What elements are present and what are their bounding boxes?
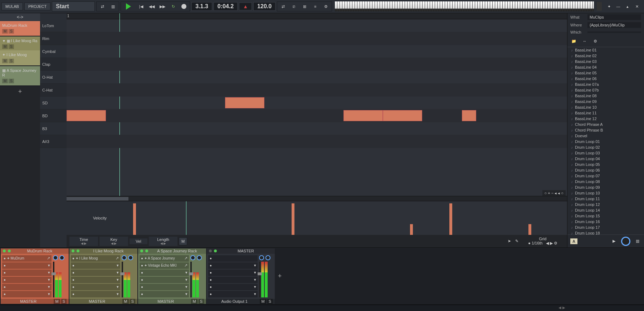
pan-knob[interactable] <box>259 255 264 260</box>
browser-item[interactable]: Drum Loop 14 <box>567 207 644 213</box>
piano-roll-grid[interactable]: 1 ○ + − ◂ ◂ ○ <box>67 13 567 201</box>
rewind-start-icon[interactable]: |◀ <box>137 3 145 10</box>
browser-item[interactable]: BassLine 02 <box>567 53 644 59</box>
m-button[interactable]: M <box>179 237 187 245</box>
row-label[interactable]: SD <box>40 97 67 109</box>
browser-item[interactable]: Drum Loop 06 <box>567 167 644 173</box>
browser-item[interactable]: BassLine 01 <box>567 47 644 53</box>
row-label[interactable]: Cymbal <box>40 45 67 58</box>
plugin-slot[interactable]: ●▾ <box>71 262 120 269</box>
add-track-button[interactable]: + <box>0 86 40 97</box>
row-label[interactable]: BD <box>40 109 67 122</box>
track-space[interactable]: ▦ A Space Journey R MS <box>0 66 40 86</box>
browser-item[interactable]: Drum Loop 05 <box>567 162 644 167</box>
forward-icon[interactable]: ▶▶ <box>159 3 166 10</box>
mulab-menu[interactable]: MULAB <box>1 3 23 10</box>
vel-field[interactable]: Vel <box>130 238 147 244</box>
piano-keyboard[interactable] <box>335 1 594 11</box>
plugin-slot[interactable]: ●▾ <box>2 291 52 297</box>
metronome-button[interactable]: ▲ <box>239 3 252 10</box>
browser-tag[interactable]: A <box>570 238 577 244</box>
grid-row[interactable] <box>67 32 567 45</box>
length-field[interactable]: Length◀ ▶ <box>149 237 177 246</box>
plugin-slot[interactable]: ●▾ <box>140 291 189 297</box>
volume-fader[interactable] <box>122 262 123 297</box>
row-label[interactable]: O-Hat <box>40 71 67 84</box>
grid-icon[interactable]: ⊞ <box>301 3 308 10</box>
close-icon[interactable]: ✕ <box>633 3 640 10</box>
marker-display[interactable]: Start <box>52 1 95 11</box>
browser-item[interactable]: Drum Loop 11 <box>567 196 644 202</box>
browser-item[interactable]: BassLine 07b <box>567 87 644 93</box>
velocity-grid[interactable] <box>133 201 567 235</box>
volume-fader[interactable] <box>190 262 192 297</box>
plugin-slot[interactable]: ●▾ <box>140 277 189 283</box>
pan-knob[interactable] <box>53 255 58 260</box>
preview-volume-knob[interactable] <box>621 237 630 246</box>
plugin-slot[interactable]: ●▾ <box>208 270 258 276</box>
row-label[interactable]: Clap <box>40 58 67 71</box>
note[interactable] <box>225 97 264 108</box>
browser-item[interactable]: Chord Phrase B <box>567 127 644 133</box>
plugin-slot[interactable]: ● ✦ A Space Journey↗ <box>140 255 189 262</box>
track-mudrum[interactable]: MuDrum Rack MS <box>0 21 40 36</box>
position-bars-display[interactable]: 3.1.3 <box>191 2 212 11</box>
project-menu[interactable]: PROJECT <box>24 3 50 10</box>
rewind-icon[interactable]: ◀◀ <box>148 3 155 10</box>
solo-button[interactable]: S <box>61 299 67 304</box>
mixer-channel[interactable]: MuDrum Rack ● ✦ MuDrum↗ ●▾ ●▾ ●▾ ●▾ ●▾ M… <box>1 248 69 304</box>
solo-button[interactable]: S <box>9 79 14 83</box>
plugin-slot[interactable]: ● ✦ I Like Moog↗ <box>71 255 120 262</box>
note[interactable] <box>67 110 106 121</box>
grid-setting[interactable]: Grid ● 1/16th ◀ ▶ ⚙ <box>521 237 564 246</box>
browser-item[interactable]: Drum Loop 18 <box>567 230 644 235</box>
row-label[interactable]: C-Hat <box>40 84 67 97</box>
options-icon[interactable]: ✦ <box>605 3 613 10</box>
gain-knob[interactable] <box>265 255 270 260</box>
mute-button[interactable]: M <box>260 299 266 304</box>
note[interactable] <box>462 110 476 121</box>
browser-item[interactable]: BassLine 12 <box>567 116 644 122</box>
velocity-bar[interactable] <box>133 203 136 235</box>
browser-what[interactable]: MuClips <box>587 14 641 20</box>
browser-item[interactable]: BassLine 11 <box>567 110 644 116</box>
grid-row[interactable] <box>67 45 567 58</box>
plugin-slot[interactable]: ●▾ <box>140 284 189 290</box>
solo-button[interactable]: S <box>130 299 135 304</box>
plugin-slot[interactable]: ●▾ <box>208 277 258 283</box>
browser-item[interactable]: BassLine 03 <box>567 59 644 64</box>
mute-button[interactable]: M <box>2 79 8 83</box>
browser-item[interactable]: Drum Loop 03 <box>567 150 644 156</box>
pan-knob[interactable] <box>190 255 195 260</box>
arrows-icon[interactable]: ↔ <box>581 38 588 45</box>
browser-item[interactable]: Drum Loop 02 <box>567 144 644 150</box>
volume-fader[interactable] <box>53 262 54 297</box>
velocity-bar[interactable] <box>449 203 452 235</box>
pointer-tool[interactable]: ➤ <box>506 237 512 245</box>
browser-where[interactable]: {AppLibrary}/MuClip <box>587 22 641 28</box>
footer-scrollbar[interactable] <box>0 305 644 311</box>
solo-button[interactable]: S <box>9 44 14 49</box>
plugin-slot[interactable]: ●▾ <box>71 270 120 276</box>
browser-item[interactable]: BassLine 08 <box>567 93 644 99</box>
grid-row[interactable] <box>67 19 567 32</box>
time-field[interactable]: Time◀ ▶ <box>69 237 98 246</box>
browser-item[interactable]: Drum Loop 16 <box>567 219 644 224</box>
maximize-icon[interactable]: ▴ <box>624 3 631 10</box>
mute-button[interactable]: M <box>2 29 8 34</box>
plugin-slot[interactable]: ●▾ <box>208 284 258 290</box>
gain-knob[interactable] <box>59 255 64 260</box>
browser-item[interactable]: BassLine 07a <box>567 82 644 87</box>
browser-item[interactable]: Drum Loop 08 <box>567 179 644 184</box>
plugin-slot[interactable]: ● <box>208 255 258 262</box>
minimize-icon[interactable]: — <box>615 3 622 10</box>
browser-item[interactable]: BassLine 09 <box>567 99 644 104</box>
browser-item[interactable]: Doevel <box>567 133 644 139</box>
velocity-bar[interactable] <box>410 224 413 235</box>
solo-button[interactable]: S <box>267 299 273 304</box>
plugin-slot[interactable]: ●▾ <box>208 262 258 269</box>
horizontal-scrollbar[interactable] <box>67 196 567 201</box>
solo-button[interactable]: S <box>9 59 14 63</box>
browser-item[interactable]: BassLine 06 <box>567 76 644 82</box>
add-channel-button[interactable]: + <box>275 248 284 304</box>
